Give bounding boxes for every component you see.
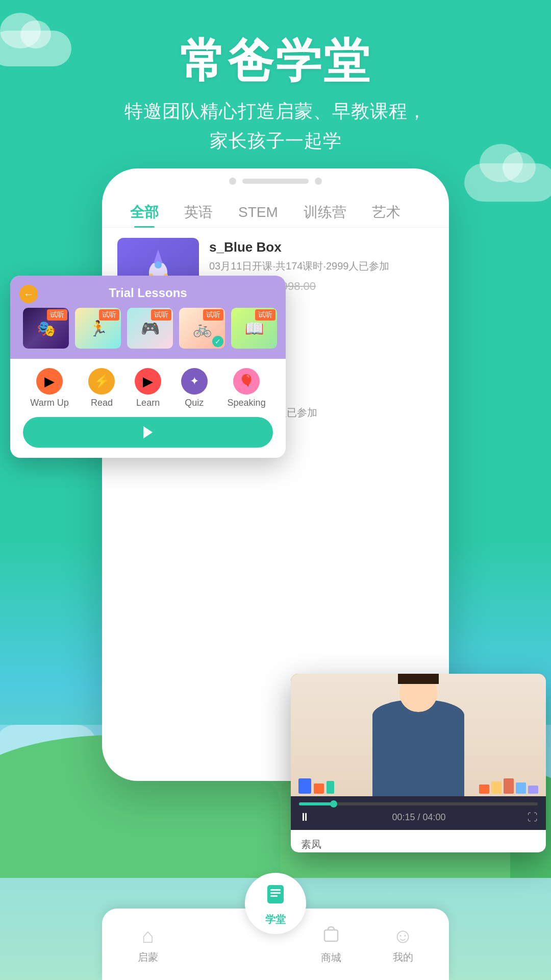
xuetang-icon (263, 881, 288, 911)
warmup-label: Warm Up (30, 398, 68, 408)
video-player: ⬆ (291, 674, 546, 852)
english-course-meta: 03月11日开课·共174课时·2999人已参加 (209, 259, 434, 273)
trial-thumb-1[interactable]: 🎭 试听 (23, 308, 69, 349)
trial-thumb-3[interactable]: 🎮 试听 (127, 308, 173, 349)
lesson-speaking[interactable]: 🎈 Speaking (228, 368, 266, 408)
lesson-read[interactable]: ⚡ Read (88, 368, 115, 408)
header: 常爸学堂 特邀团队精心打造启蒙、早教课程， 家长孩子一起学 (0, 36, 551, 155)
video-teacher-name: 素凤 (301, 838, 536, 851)
pause-button[interactable]: ⏸ (299, 811, 310, 824)
notch-bar (242, 179, 309, 184)
learn-icon: ▶ (135, 368, 161, 395)
nav-item-mine[interactable]: ☺ 我的 (392, 924, 413, 964)
trial-lessons-popup: ← Trial Lessons 🎭 试听 🏃 试听 🎮 试听 🚲 试听 ✓ (10, 276, 286, 458)
nav-item-qimeng[interactable]: ⌂ 启蒙 (138, 924, 158, 964)
tab-english[interactable]: 英语 (171, 198, 226, 227)
category-tabs: 全部 英语 STEM 训练营 艺术 (102, 190, 449, 228)
tab-camp[interactable]: 训练营 (291, 198, 359, 227)
video-time-total: 04:00 (423, 812, 446, 823)
nav-item-shop[interactable]: 商城 (321, 924, 341, 965)
trial-thumb-4[interactable]: 🚲 试听 ✓ (179, 308, 225, 349)
play-button[interactable] (23, 417, 273, 448)
trial-title: Trial Lessons (23, 286, 273, 300)
fullscreen-button[interactable]: ⛶ (528, 812, 538, 823)
svg-rect-8 (270, 889, 281, 891)
read-label: Read (91, 398, 113, 408)
nav-label-shop: 商城 (321, 951, 341, 965)
trial-badge-2: 试听 (99, 309, 119, 321)
trial-badge-5: 试听 (255, 309, 276, 321)
nav-center-button[interactable]: 学堂 (245, 873, 306, 934)
trial-badge-1: 试听 (47, 309, 67, 321)
speaking-icon: 🎈 (233, 368, 260, 395)
lesson-icons-row: ▶ Warm Up ⚡ Read ▶ Learn ✦ Quiz 🎈 Speaki… (10, 359, 286, 414)
nav-center-label: 学堂 (265, 913, 286, 926)
teacher-body (372, 699, 464, 796)
trial-popup-header: ← Trial Lessons 🎭 试听 🏃 试听 🎮 试听 🚲 试听 ✓ (10, 276, 286, 359)
phone-notch (102, 168, 449, 190)
video-time-separator: / (417, 812, 420, 823)
tab-art[interactable]: 艺术 (359, 198, 413, 227)
cloud-right (464, 163, 551, 202)
home-icon: ⌂ (142, 924, 154, 947)
notch-dot-left (229, 178, 236, 185)
trial-thumbnails: 🎭 试听 🏃 试听 🎮 试听 🚲 试听 ✓ 📖 试听 (23, 308, 273, 351)
quiz-icon: ✦ (181, 368, 208, 395)
svg-rect-9 (270, 892, 281, 894)
nav-label-mine: 我的 (393, 950, 413, 964)
video-time-row: ⏸ 00:15 / 04:00 ⛶ (299, 811, 538, 824)
toys-left (298, 778, 334, 794)
warmup-icon: ▶ (36, 368, 63, 395)
trial-thumb-2[interactable]: 🏃 试听 (75, 308, 121, 349)
english-course-title: s_Blue Box (209, 238, 434, 256)
trial-thumb-5[interactable]: 📖 试听 (231, 308, 277, 349)
svg-rect-10 (270, 895, 278, 897)
learn-label: Learn (136, 398, 160, 408)
video-course-info: 素凤 共40课时·2258人已参加 ¥ 199.00 (291, 830, 546, 852)
lesson-quiz[interactable]: ✦ Quiz (181, 368, 208, 408)
user-icon: ☺ (392, 924, 413, 947)
video-time-current: 00:15 (392, 812, 415, 823)
lesson-warmup[interactable]: ▶ Warm Up (30, 368, 68, 408)
video-scene: ⬆ (291, 674, 546, 796)
video-progress-dot (330, 800, 337, 807)
quiz-label: Quiz (185, 398, 204, 408)
trial-badge-4: 试听 (203, 309, 223, 321)
read-icon: ⚡ (88, 368, 115, 395)
teacher-hair (398, 674, 439, 684)
app-title: 常爸学堂 (0, 36, 551, 86)
svg-rect-7 (267, 885, 284, 903)
tab-stem[interactable]: STEM (226, 199, 291, 226)
shop-icon (321, 924, 341, 948)
trial-back-button[interactable]: ← (19, 285, 38, 303)
speaking-label: Speaking (228, 398, 266, 408)
play-triangle-icon (143, 426, 153, 438)
svg-rect-6 (324, 930, 338, 941)
svg-point-2 (155, 261, 162, 268)
bottom-nav: ⌂ 启蒙 商城 ☺ 我的 (0, 878, 551, 980)
app-subtitle: 特邀团队精心打造启蒙、早教课程， 家长孩子一起学 (0, 96, 551, 155)
video-controls: ⏸ 00:15 / 04:00 ⛶ (291, 796, 546, 830)
video-progress-bar[interactable] (299, 802, 538, 805)
lesson-learn[interactable]: ▶ Learn (135, 368, 161, 408)
notch-dot-right (315, 178, 322, 185)
trial-badge-3: 试听 (151, 309, 171, 321)
trial-check-4: ✓ (212, 336, 223, 347)
tab-all[interactable]: 全部 (117, 198, 171, 227)
toys-right (479, 778, 538, 794)
nav-label-qimeng: 启蒙 (138, 950, 158, 964)
svg-marker-1 (154, 250, 163, 263)
video-progress-fill (299, 802, 335, 805)
